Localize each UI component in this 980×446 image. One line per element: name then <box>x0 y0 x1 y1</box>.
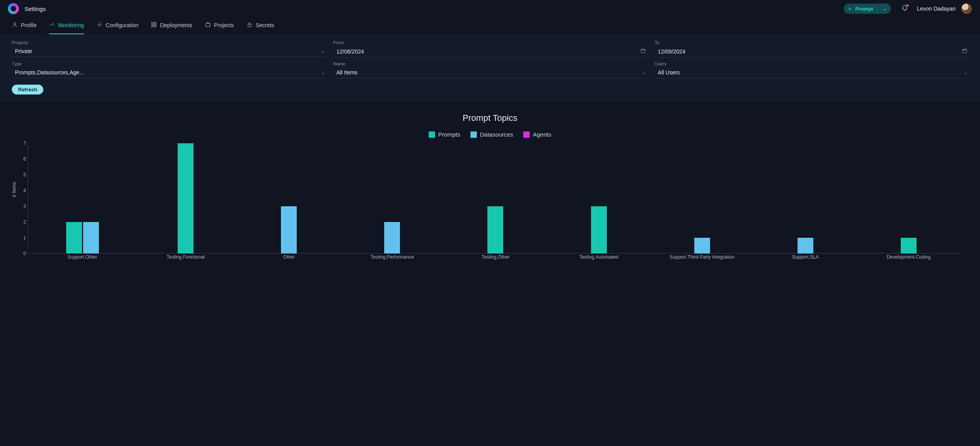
user-name[interactable]: Levon Dadayan <box>917 6 956 12</box>
chart-yaxis: 01234567 <box>20 143 28 254</box>
to-field: To 12/09/2024 <box>655 40 968 57</box>
users-label: Users <box>655 61 968 66</box>
name-field: Name All Items ⌄ <box>333 61 647 78</box>
bar[interactable] <box>591 206 607 254</box>
avatar[interactable] <box>961 3 972 14</box>
bar[interactable] <box>694 238 710 254</box>
svg-rect-4 <box>152 25 153 26</box>
projects-field: Projects Private ⌄ <box>12 40 325 57</box>
bar-group <box>237 143 340 254</box>
svg-point-1 <box>99 24 100 25</box>
from-value: 12/08/2024 <box>337 48 364 55</box>
projects-select[interactable]: Private ⌄ <box>12 46 325 57</box>
bar-group <box>547 143 651 254</box>
chart-legend: PromptsDatasourcesAgents <box>12 131 968 138</box>
from-field: From 12/08/2024 <box>333 40 647 57</box>
name-label: Name <box>333 61 647 66</box>
bar[interactable] <box>178 143 193 254</box>
ytick: 0 <box>23 251 26 256</box>
bar-group <box>651 143 754 254</box>
briefcase-icon <box>205 22 211 29</box>
button-divider <box>877 6 878 12</box>
bar-group <box>31 143 134 254</box>
legend-item-datasources[interactable]: Datasources <box>470 131 513 138</box>
bar[interactable] <box>384 222 400 254</box>
refresh-button[interactable]: Refresh <box>12 85 43 94</box>
xlabel: Testing.Other <box>444 254 547 261</box>
chart-bars <box>31 143 960 254</box>
monitoring-icon <box>49 22 55 29</box>
app-logo-icon <box>8 3 19 14</box>
xlabel: Support.Third-Party Integration <box>651 254 754 261</box>
bar[interactable] <box>901 238 917 254</box>
bar[interactable] <box>487 206 503 254</box>
ytick: 4 <box>23 188 26 193</box>
users-select[interactable]: All Users ⌄ <box>655 68 968 78</box>
new-prompt-label: Prompt <box>855 6 873 12</box>
legend-swatch-icon <box>470 131 477 138</box>
page-title: Settings <box>24 6 46 12</box>
new-prompt-button[interactable]: + Prompt ⌄ <box>844 4 891 14</box>
tab-secrets[interactable]: Secrets <box>247 17 274 34</box>
tab-profile[interactable]: Profile <box>12 17 37 34</box>
legend-item-prompts[interactable]: Prompts <box>429 131 460 138</box>
xlabel: Support.SLA <box>754 254 857 261</box>
legend-label: Agents <box>533 131 551 138</box>
calendar-icon <box>962 48 967 55</box>
svg-rect-8 <box>641 49 645 53</box>
svg-rect-2 <box>152 22 153 24</box>
tab-projects[interactable]: Projects <box>205 17 234 34</box>
bar[interactable] <box>281 206 297 254</box>
xlabel: Other <box>237 254 340 261</box>
chevron-down-icon: ⌄ <box>642 70 646 75</box>
bar[interactable] <box>66 222 82 254</box>
users-field: Users All Users ⌄ <box>655 61 968 78</box>
legend-item-agents[interactable]: Agents <box>523 131 551 138</box>
to-label: To <box>655 40 968 45</box>
chart-yaxis-line <box>28 143 28 254</box>
xlabel: Testing.Automated <box>547 254 651 261</box>
bar[interactable] <box>798 238 813 254</box>
bar[interactable] <box>83 222 99 254</box>
bar-group <box>340 143 444 254</box>
plus-icon: + <box>848 6 852 12</box>
svg-rect-5 <box>154 25 156 26</box>
filters-panel: Projects Private ⌄ From 12/08/2024 To 12… <box>0 35 980 102</box>
name-value: All Items <box>337 69 358 76</box>
ytick: 6 <box>23 156 26 162</box>
bar-group <box>754 143 857 254</box>
type-select[interactable]: Prompts,Datasources,Age... ⌄ <box>12 68 325 78</box>
tab-monitoring[interactable]: Monitoring <box>49 17 84 34</box>
ytick: 5 <box>23 172 26 178</box>
tab-deployments[interactable]: Deployments <box>151 17 192 34</box>
ytick: 7 <box>23 141 26 146</box>
chart-ylabel: # Items <box>11 182 17 197</box>
type-field: Type Prompts,Datasources,Age... ⌄ <box>12 61 325 78</box>
person-icon <box>12 22 18 29</box>
users-value: All Users <box>658 69 680 76</box>
ytick: 1 <box>23 235 26 241</box>
legend-label: Datasources <box>480 131 513 138</box>
legend-swatch-icon <box>429 131 435 138</box>
legend-swatch-icon <box>523 131 530 138</box>
to-date-input[interactable]: 12/09/2024 <box>655 46 968 57</box>
from-date-input[interactable]: 12/08/2024 <box>333 46 647 57</box>
legend-label: Prompts <box>438 131 460 138</box>
svg-point-0 <box>14 22 16 24</box>
tab-configuration[interactable]: Configuration <box>97 17 138 34</box>
xlabel: Support.Other <box>31 254 134 261</box>
top-bar: Settings + Prompt ⌄ Levon Dadayan <box>0 0 980 17</box>
to-value: 12/09/2024 <box>658 48 685 55</box>
bar-group <box>134 143 237 254</box>
bar-group <box>857 143 960 254</box>
chart-xlabels: Support.OtherTesting.FunctionalOtherTest… <box>31 254 960 261</box>
tab-label: Projects <box>214 22 234 28</box>
gear-icon <box>97 22 102 29</box>
lock-icon <box>247 22 253 29</box>
chevron-down-icon[interactable]: ⌄ <box>881 7 888 11</box>
notifications-button[interactable] <box>901 5 908 13</box>
projects-label: Projects <box>12 40 325 45</box>
xlabel: Testing.Performance <box>340 254 444 261</box>
chart-section: Prompt Topics PromptsDatasourcesAgents #… <box>0 102 980 269</box>
name-select[interactable]: All Items ⌄ <box>333 68 647 78</box>
